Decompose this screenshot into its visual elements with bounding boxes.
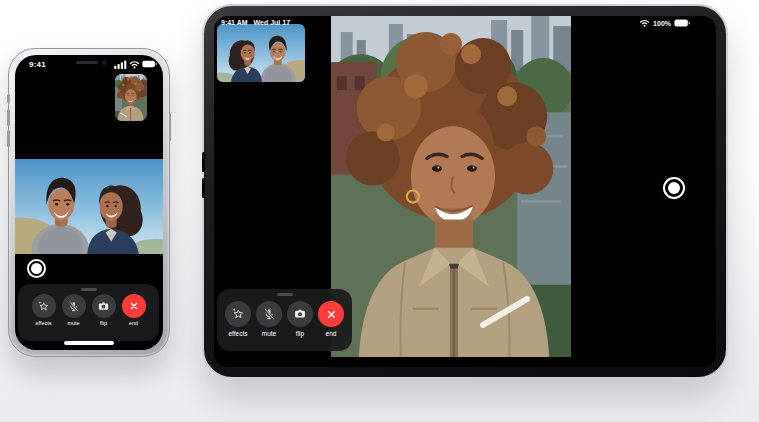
phone-effects-button[interactable]	[32, 294, 56, 318]
ipad-effects-control: effects	[223, 301, 254, 337]
ipad-mute-label: mute	[262, 330, 276, 337]
phone-mute-switch[interactable]	[7, 94, 10, 103]
ipad-end-label: end	[326, 330, 337, 337]
phone-panel-grabber[interactable]	[81, 288, 97, 291]
phone-status-bar: 9:41	[15, 58, 163, 70]
ipad-capture-photo-dot	[668, 182, 680, 194]
cellular-signal-icon	[114, 60, 127, 69]
phone-end-control: end	[119, 294, 148, 326]
ipad-panel-grabber[interactable]	[277, 293, 293, 296]
phone-mute-button[interactable]	[62, 294, 86, 318]
ipad-effects-button[interactable]	[225, 301, 251, 327]
ipad-controls-row: effects mute	[217, 301, 352, 337]
ipad-mute-control: mute	[254, 301, 285, 337]
wifi-icon	[639, 19, 650, 27]
ipad-status-date: Wed Jul 17	[254, 19, 290, 26]
ipad-remote-video	[331, 16, 571, 357]
phone-call-controls-panel: effects mute	[18, 284, 159, 341]
phone-capture-photo-button[interactable]	[27, 259, 46, 278]
phone-home-indicator[interactable]	[64, 341, 114, 345]
flip-camera-icon	[293, 307, 307, 321]
phone-end-call-button[interactable]	[122, 294, 146, 318]
phone-remote-video-frame	[15, 159, 163, 254]
ipad-status-right: 100%	[639, 19, 690, 27]
phone-effects-control: effects	[29, 294, 58, 326]
ipad-volume-up-button[interactable]	[202, 152, 205, 172]
iphone-device: 9:41	[8, 48, 170, 357]
phone-facetime-screen: 9:41	[15, 55, 163, 350]
ipad-status-time: 9:41 AM	[221, 19, 248, 26]
ipad-flip-button[interactable]	[287, 301, 313, 327]
ipad-self-view-pip[interactable]	[217, 24, 305, 82]
phone-power-button[interactable]	[169, 113, 172, 141]
effects-star-icon	[37, 300, 50, 313]
phone-controls-row: effects mute	[18, 294, 159, 326]
ipad-effects-label: effects	[228, 330, 247, 337]
ipad-volume-down-button[interactable]	[202, 178, 205, 198]
ipad-device: 9:41 AM Wed Jul 17 100%	[202, 4, 728, 379]
battery-icon	[142, 60, 157, 68]
mute-mic-icon	[262, 307, 276, 321]
ipad-facetime-screen: 9:41 AM Wed Jul 17 100%	[214, 16, 716, 367]
marketing-canvas: 9:41	[0, 0, 759, 422]
ipad-capture-photo-button[interactable]	[663, 177, 685, 199]
ipad-end-control: end	[316, 301, 347, 337]
phone-effects-label: effects	[35, 320, 51, 326]
phone-flip-control: flip	[89, 294, 118, 326]
phone-status-time: 9:41	[29, 60, 46, 69]
phone-flip-button[interactable]	[92, 294, 116, 318]
phone-status-icons	[114, 60, 157, 69]
ipad-status-left: 9:41 AM Wed Jul 17	[221, 19, 290, 26]
end-call-icon	[325, 308, 338, 321]
ipad-flip-control: flip	[285, 301, 316, 337]
ipad-remote-video-frame	[331, 16, 571, 357]
wifi-icon	[129, 60, 140, 69]
phone-capture-photo-dot	[31, 263, 42, 274]
ipad-call-controls-panel: effects mute	[217, 289, 352, 351]
phone-mute-label: mute	[67, 320, 79, 326]
phone-volume-down-button[interactable]	[7, 130, 10, 147]
phone-volume-up-button[interactable]	[7, 109, 10, 126]
mute-mic-icon	[67, 300, 80, 313]
ipad-self-view-video	[217, 24, 305, 82]
phone-remote-video	[15, 159, 163, 254]
ipad-flip-label: flip	[296, 330, 304, 337]
phone-self-view-video	[115, 74, 147, 121]
ipad-end-call-button[interactable]	[318, 301, 344, 327]
end-call-icon	[128, 300, 140, 312]
flip-camera-icon	[97, 300, 110, 313]
phone-mute-control: mute	[59, 294, 88, 326]
phone-flip-label: flip	[100, 320, 107, 326]
ipad-battery-percent: 100%	[653, 20, 671, 27]
ipad-mute-button[interactable]	[256, 301, 282, 327]
battery-icon	[674, 19, 690, 27]
phone-self-view-pip[interactable]	[115, 74, 147, 121]
phone-end-label: end	[129, 320, 138, 326]
effects-star-icon	[231, 307, 245, 321]
